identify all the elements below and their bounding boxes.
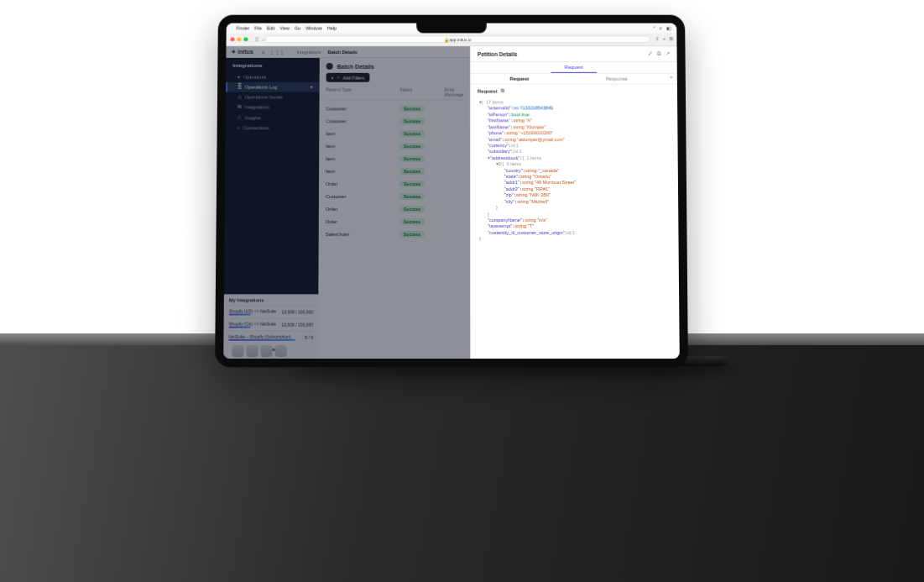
share-icon[interactable]: ⇪ xyxy=(655,35,660,43)
brand-logo[interactable]: ✦ initus xyxy=(231,49,253,55)
external-icon[interactable]: ↗ xyxy=(666,50,671,57)
integration-count: 13,508 / 100,000 xyxy=(281,322,313,328)
status-badge: Success xyxy=(399,118,425,124)
plus-icon: ＋ xyxy=(337,75,341,81)
tab-request[interactable]: Request xyxy=(551,62,597,73)
brand-name: initus xyxy=(238,49,253,55)
copy-request-icon[interactable]: ⧉ xyxy=(500,88,504,94)
wifi-icon[interactable]: ᯤ xyxy=(659,26,663,31)
dock-app-icon[interactable] xyxy=(275,345,287,357)
app-sidebar: Integrations ▾ Operations ≣ Operations L… xyxy=(223,58,320,359)
integration-count: 13,508 / 100,000 xyxy=(281,309,313,314)
cell-record-type: Customer xyxy=(326,106,399,111)
chart-icon: ⧊ xyxy=(238,114,242,120)
menubar-item[interactable]: Go xyxy=(295,26,300,31)
tabs-overview-icon[interactable]: ⧉ xyxy=(669,35,672,43)
laptop-notch xyxy=(416,24,486,34)
zoom-window-button[interactable] xyxy=(243,37,248,41)
table-row[interactable]: SalesOrderSuccess xyxy=(326,228,463,240)
batch-title: Batch Details xyxy=(337,63,374,69)
integration-row[interactable]: Shopify (US) <> NetSuite 13,508 / 100,00… xyxy=(229,305,314,317)
petition-title: Petition Details xyxy=(478,51,517,57)
menubar-item[interactable]: Finder xyxy=(237,26,250,31)
menubar-item[interactable]: Window xyxy=(305,26,321,31)
sidebar-item-label: Operations Issues xyxy=(245,95,283,100)
close-panel-icon[interactable]: × xyxy=(666,74,677,84)
dock-app-icon[interactable] xyxy=(261,345,273,357)
status-badge: Success xyxy=(399,130,425,137)
menubar-item[interactable]: File xyxy=(254,26,262,31)
sidebar-group-operations[interactable]: ▾ Operations xyxy=(226,72,320,82)
sidebar-item-label: Insights xyxy=(245,115,261,120)
sidebar-item-operations-issues[interactable]: ⚠ Operations Issues xyxy=(226,92,320,102)
table-row[interactable]: CustomerSuccess xyxy=(326,114,463,127)
dock-app-icon[interactable] xyxy=(246,345,258,357)
status-badge: Success xyxy=(399,155,425,162)
browser-url-bar[interactable]: 🔒 app.initus.io xyxy=(265,35,650,43)
sidebar-item-integrations[interactable]: ⇆ Integrations xyxy=(226,102,320,113)
dock-app-icon[interactable] xyxy=(232,345,243,357)
macos-dock xyxy=(232,340,287,357)
subtab-response[interactable]: Response xyxy=(568,74,666,84)
menubar-item[interactable]: Help xyxy=(327,26,337,31)
request-section-label: Request xyxy=(478,88,498,93)
laptop: Finder File Edit View Go Window Help ⌃ ᯤ… xyxy=(217,13,686,366)
table-row[interactable]: ItemSuccess xyxy=(326,165,463,177)
table-row[interactable]: CustomerSuccess xyxy=(326,190,463,202)
col-error-message[interactable]: Error Message xyxy=(445,87,463,97)
table-row[interactable]: CustomerSuccess xyxy=(326,102,463,115)
table-row[interactable]: OrderSuccess xyxy=(326,202,463,215)
battery-icon[interactable]: ▮▯ xyxy=(666,26,671,31)
integration-name: Shopify (CA) <> NetSuite xyxy=(229,322,282,327)
table-row[interactable]: OrderSuccess xyxy=(326,215,463,228)
add-filters-label: Add Filters xyxy=(343,75,365,80)
sidebar-item-label: Operations Log xyxy=(245,85,277,90)
usage-bar xyxy=(229,314,251,316)
sidebar-item-label: Integrations xyxy=(245,104,269,109)
usage-bar xyxy=(229,327,251,328)
status-badge: Success xyxy=(399,181,425,187)
list-icon: ≣ xyxy=(238,85,242,90)
link-icon: ⇆ xyxy=(238,104,242,109)
petition-subtabs: Request Response × xyxy=(471,74,677,85)
sidebar-item-insights[interactable]: ⧊ Insights xyxy=(226,112,320,123)
table-row[interactable]: ItemSuccess xyxy=(326,127,463,139)
app-header: ✦ initus ⌂ ⋮⋮⋮ Integrations Batch Detail… xyxy=(226,46,469,58)
table-row[interactable]: ItemSuccess xyxy=(326,139,463,152)
sidebar-item-label: Connections xyxy=(243,125,269,130)
breadcrumb: Integrations Batch Details xyxy=(296,50,357,55)
copy-icon[interactable]: ⧉ xyxy=(657,50,661,57)
crumb-batch-details[interactable]: Batch Details xyxy=(327,50,357,55)
sidebar-item-operations-log[interactable]: ≣ Operations Log ▾ xyxy=(226,82,320,92)
minimize-window-button[interactable] xyxy=(237,37,241,41)
apps-grid-icon[interactable]: ⋮⋮⋮ xyxy=(270,49,285,55)
sidebar-item-connections[interactable]: ⎋ Connections xyxy=(226,123,320,133)
batch-avatar-icon xyxy=(326,63,333,70)
json-payload-viewer[interactable]: ▾{ 17 items "externalId":int 71332185438… xyxy=(471,97,679,245)
control-center-icon[interactable]: ⌃ xyxy=(652,26,655,31)
menubar-item[interactable]: View xyxy=(279,26,290,31)
home-icon[interactable]: ⌂ xyxy=(262,49,265,55)
close-window-button[interactable] xyxy=(231,37,235,41)
col-status[interactable]: Status xyxy=(399,87,445,97)
subtab-request[interactable]: Request xyxy=(471,74,568,84)
filter-icon: ▾ xyxy=(331,75,334,80)
sidebar-toggle-icon[interactable]: ☰ xyxy=(254,36,258,42)
cell-record-type: Order xyxy=(326,218,399,223)
table-row[interactable]: ItemSuccess xyxy=(326,152,463,165)
expand-icon[interactable]: ⤢ xyxy=(648,50,653,57)
cell-status: Success xyxy=(399,231,445,238)
add-filters-button[interactable]: ▾ ＋ Add Filters xyxy=(326,73,370,82)
new-tab-icon[interactable]: ＋ xyxy=(661,35,666,43)
chevron-down-icon: ▾ xyxy=(238,75,240,80)
plug-icon: ⎋ xyxy=(238,125,240,130)
crumb-integrations[interactable]: Integrations xyxy=(296,50,321,55)
menubar-item[interactable]: Edit xyxy=(267,26,274,31)
laptop-screen: Finder File Edit View Go Window Help ⌃ ᯤ… xyxy=(223,24,680,359)
brand-glyph-icon: ✦ xyxy=(231,49,236,55)
col-record-type[interactable]: Record Type xyxy=(326,87,400,97)
integration-row[interactable]: Shopify (CA) <> NetSuite 13,508 / 100,00… xyxy=(229,318,314,331)
integration-name: Shopify (US) <> NetSuite xyxy=(229,308,282,313)
table-row[interactable]: OrderSuccess xyxy=(326,177,463,190)
status-badge: Success xyxy=(399,218,425,224)
